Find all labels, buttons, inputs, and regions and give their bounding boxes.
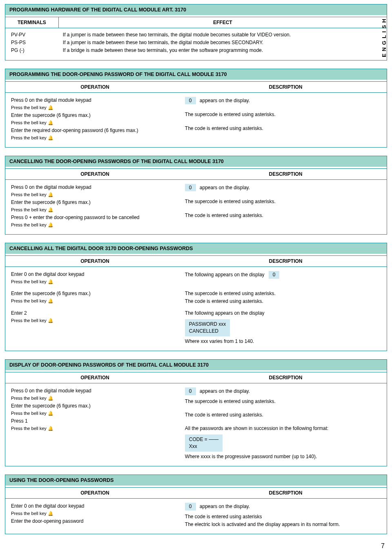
description-text: 0 appears on the display. [185,184,381,192]
description-text: The code is entered using asterisks. [185,412,381,418]
description-text: The supercode is entered using asterisks… [185,198,381,205]
description-text: All the passwords are shown in successio… [185,425,381,432]
operation-step: Press the bell key 🔔 [11,510,177,517]
effect-text: If a jumper is made between these two te… [63,39,381,46]
operation-step: Press the bell key 🔔 [11,120,177,126]
operation-step: Press the bell key 🔔 [11,279,177,285]
operation-step: Press the bell key 🔔 [11,105,177,111]
effect-text: If a bridge is made between these two te… [63,47,381,54]
operation-step: Press the bell key 🔔 [11,395,177,401]
operation-step: Press 0 on the digital module keypad [11,184,177,190]
page-number: 7 [5,542,387,550]
description-text: The code is entered using asterisks [185,513,381,520]
description-text: 0 appears on the display. [185,97,381,105]
header-row: OPERATION DESCRIPTION [5,168,387,180]
header-operation: OPERATION [5,488,185,498]
display-box: CODE = —— Xxx [185,434,223,452]
operation-step: Press 0 on the digital module keypad [11,97,177,103]
operation-step: Press 0 + enter the door-opening passwor… [11,214,177,221]
effect-text: If a jumper is made between these two te… [63,31,381,38]
description-text: The following appears on the display [185,272,265,278]
display-chip: 0 [269,271,280,279]
operation-step: Enter the required door-opening password… [11,127,177,134]
section-title: PROGRAMMING HARDWARE OF THE DIGITAL CALL… [5,4,387,15]
display-line: Xxx [189,443,197,449]
header-row: OPERATION DESCRIPTION [5,372,387,383]
display-chip: 0 [185,97,196,105]
header-description: DESCRIPTION [185,488,387,498]
description-text: Where xxx varies from 1 to 140. [185,338,381,345]
header-row: TERMINALS EFFECT [5,17,387,28]
operation-step: Enter 0 on the digital door keypad [11,271,177,278]
header-effect: EFFECT [59,17,387,28]
section-cancel-password: CANCELLING THE DOOR-OPENING PASSWORDS OF… [5,156,387,235]
section-cancel-all: CANCELLING ALL THE DIGITAL DOOR 3170 DOO… [5,243,387,351]
header-description: DESCRIPTION [185,82,387,92]
terminal-label: PV-PV [11,31,63,38]
description-text: The following appears on the display 0 [185,271,381,279]
header-row: OPERATION DESCRIPTION [5,487,387,499]
description-text: The supercode is entered using asterisks… [185,398,381,405]
display-line: PASSWORD xxx [189,321,226,327]
description-text: The supercode is entered using asterisks… [185,290,381,297]
operation-step: Enter 2 [11,310,177,316]
header-description: DESCRIPTION [185,169,387,179]
section-prog-password: PROGRAMMING THE DOOR-OPENING PASSWORD OF… [5,69,387,148]
section-title: CANCELLING ALL THE DIGITAL DOOR 3170 DOO… [5,243,387,254]
header-operation: OPERATION [5,82,185,92]
terminal-label: PG (-) [11,47,63,54]
description-text: The electric lock is activated and the d… [185,521,381,528]
display-line: CANCELLED [189,328,218,334]
header-terminals: TERMINALS [5,17,59,28]
section-using-passwords: USING THE DOOR-OPENING PASSWORDS OPERATI… [5,475,387,534]
operation-step: Press the bell key 🔔 [11,318,177,324]
description-text: appears on the display. [200,185,250,190]
operation-step: Press the bell key 🔔 [11,207,177,213]
description-text: The code is entered using asterisks. [185,125,381,132]
operation-step: Press the bell key 🔔 [11,192,177,198]
section-title: USING THE DOOR-OPENING PASSWORDS [5,475,387,486]
operation-step: Press the bell key 🔔 [11,410,177,416]
description-text: 0 appears on the display. [185,387,381,395]
terminal-label: PS-PS [11,39,63,46]
operation-step: Press 0 on the digital module keypad [11,387,177,394]
header-operation: OPERATION [5,169,185,179]
section-hardware: PROGRAMMING HARDWARE OF THE DIGITAL CALL… [5,4,387,60]
description-text: The code is entered using asterisks. [185,212,381,219]
section-display-passwords: DISPLAY OF DOOR-OPENING PASSWORDS OF THE… [5,359,387,466]
header-operation: OPERATION [5,372,185,383]
description-text: The supercode is entered using asterisks… [185,111,381,118]
display-chip: 0 [185,387,196,395]
description-text: The code is entered using asterisks. [185,298,381,304]
section-title: DISPLAY OF DOOR-OPENING PASSWORDS OF THE… [5,360,387,370]
operation-step: Press the bell key 🔔 [11,135,177,141]
operation-step: Enter the door-opening password [11,518,177,524]
operation-step: Enter the supercode (6 figures max.) [11,112,177,119]
header-operation: OPERATION [5,256,185,266]
display-chip: 0 [185,503,196,510]
header-row: OPERATION DESCRIPTION [5,81,387,93]
description-text: appears on the display. [200,504,250,509]
description-text: Where xxxx is the progressive password n… [185,453,381,460]
section-title: PROGRAMMING THE DOOR-OPENING PASSWORD OF… [5,69,387,80]
operation-step: Enter the supercode (6 figures max.) [11,403,177,409]
section-title: CANCELLING THE DOOR-OPENING PASSWORDS OF… [5,156,387,167]
operation-step: Press the bell key 🔔 [11,298,177,304]
description-text: 0 appears on the display. [185,503,381,510]
header-description: DESCRIPTION [185,256,387,266]
operation-step: Press the bell key 🔔 [11,425,177,432]
description-text: appears on the display. [200,388,250,394]
language-side-label: ENGLISH [381,16,387,57]
description-text: The following appears on the display [185,310,381,316]
header-description: DESCRIPTION [185,372,387,383]
operation-step: Press 1 [11,418,177,424]
description-text: appears on the display. [200,98,250,103]
operation-step: Enter the supercode (6 figures max.) [11,290,177,297]
operation-step: Enter 0 on the digital door keypad [11,503,177,509]
display-box: PASSWORD xxx CANCELLED [185,319,230,336]
display-chip: 0 [185,184,196,192]
operation-step: Press the bell key 🔔 [11,222,177,228]
header-row: OPERATION DESCRIPTION [5,255,387,267]
operation-step: Enter the supercode (6 figures max.) [11,199,177,206]
display-line: CODE = —— [189,437,218,442]
